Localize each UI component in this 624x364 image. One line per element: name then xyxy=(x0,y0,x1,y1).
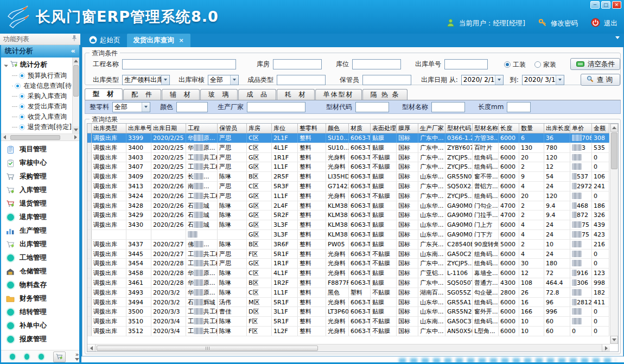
tree-item[interactable]: 退货查询[待定] xyxy=(4,122,72,132)
tab-list-dropdown-icon[interactable] xyxy=(615,39,620,49)
whole-part-select[interactable]: 全部 xyxy=(112,102,150,112)
tree-item[interactable]: 收货入库查询 xyxy=(4,112,72,122)
overflow-chevron[interactable]: » xyxy=(75,353,79,361)
date-from-select[interactable]: 2020/ 2/16 xyxy=(461,75,504,85)
table-row[interactable]: 调拨出库34002020/2/25华原...严思C区4L1F整料SU10...6… xyxy=(87,143,609,153)
column-header-数量[interactable]: 数量 xyxy=(519,124,544,133)
table-row[interactable]: 调拨出库35102020/3/4工共工程陈琳F区5R1F整料光身料6063-T5… xyxy=(87,317,609,327)
module-item-采购管理[interactable]: 采购管理 xyxy=(1,170,79,183)
table-row[interactable]: 调拨出库34932020/3/2华原...陈琳C区1L1F整料黑色塑料不贴膜国标… xyxy=(87,288,609,298)
column-header-材质[interactable]: 材质 xyxy=(349,124,371,133)
material-tab[interactable]: 单体型材 xyxy=(315,89,362,100)
material-tab[interactable]: 隔 热 条 xyxy=(362,89,408,100)
close-button[interactable]: ✕ xyxy=(612,1,621,9)
cart-module-button[interactable] xyxy=(53,352,66,362)
table-row[interactable]: 调拨出库34942020/3/2石辉城汤伟M区5R1F整料光身料6063-T5贴… xyxy=(87,298,609,308)
material-tab[interactable]: 辅 材 xyxy=(162,89,200,100)
table-row[interactable]: 调拨出库34542020/2/28工共工程严思G区1R1F整料光身料6063-T… xyxy=(87,259,609,269)
warehouse-input[interactable] xyxy=(273,59,322,69)
order-no-input[interactable] xyxy=(444,59,488,69)
material-tab[interactable]: 成 品 xyxy=(238,89,276,100)
table-row[interactable]: 调拨出库34032020/2/25工共工程严思G区1R1F整料光身料6063-T… xyxy=(87,153,609,163)
profile-name-input[interactable] xyxy=(431,102,465,112)
profile-code-input[interactable] xyxy=(355,102,389,112)
table-row[interactable]: 调拨出库34452020/2/27工共工程严思F区5R1F整料光身料6063-T… xyxy=(87,250,609,259)
location-input[interactable] xyxy=(352,59,401,69)
table-row[interactable]: 调拨出库34372020/2/27佛...陈琳B区3R6F整料PW056063-… xyxy=(87,240,609,250)
grid-vertical-scrollbar[interactable] xyxy=(610,124,618,344)
color-input[interactable] xyxy=(176,102,208,112)
module-item-财务管理[interactable]: 财务管理 xyxy=(1,292,79,305)
module-item-生产管理[interactable]: 生产管理 xyxy=(1,224,79,238)
module-item-入库管理[interactable]: 入库管理 xyxy=(1,183,79,197)
column-header-出库单号[interactable]: 出库单号 xyxy=(126,124,151,133)
sidebar-group-statistics[interactable]: 统计分析 « xyxy=(1,45,79,58)
table-row[interactable]: 调拨出库34302020/2/26石城陈琳G区3L3F整料KLM38176063… xyxy=(87,220,609,230)
module-item-出库管理[interactable]: 出库管理 xyxy=(1,238,79,251)
module-item-结转管理[interactable]: 结转管理 xyxy=(1,305,79,319)
table-row[interactable]: 调拨出库34132020/2/26南...严思C区5R3F整料G71422606… xyxy=(87,182,609,191)
tab-close-icon[interactable]: × xyxy=(179,37,184,44)
radio-industrial[interactable]: 工装 xyxy=(504,59,526,69)
column-header-生产厂家[interactable]: 生产厂家 xyxy=(418,124,445,133)
search-button[interactable]: 查 询 xyxy=(581,74,620,86)
tab-home[interactable]: 起始页 xyxy=(82,34,127,47)
table-row[interactable]: 调拨出库34582020/2/28华原...陈琳C区4L1F整料光身料6063-… xyxy=(87,269,609,278)
column-header-单价[interactable]: 单价 xyxy=(570,124,592,133)
tree-item[interactable]: 在途信息查询[待 xyxy=(4,81,72,91)
change-password-button[interactable]: 修改密码 xyxy=(551,19,578,28)
tree-root-statistics[interactable]: 统计分析 xyxy=(4,59,72,71)
module-item-物料盘存[interactable]: 物料盘存 xyxy=(1,278,79,292)
grid-horizontal-scrollbar[interactable] xyxy=(87,344,610,352)
column-header-出库类型[interactable]: 出库类型 xyxy=(92,124,126,133)
tab-shipment-outbound-query[interactable]: 发货出库查询 × xyxy=(127,34,190,47)
clear-conditions-button[interactable]: 清空条件 xyxy=(570,58,620,70)
minimize-button[interactable]: ─ xyxy=(590,1,600,9)
material-tab[interactable]: 耗 材 xyxy=(277,89,315,100)
column-header-库房[interactable]: 库房 xyxy=(247,124,272,133)
column-header-工程[interactable]: 工程 xyxy=(186,124,218,133)
column-header-长度[interactable]: 长度 xyxy=(499,124,519,133)
date-to-select[interactable]: 2020/ 3/16 xyxy=(522,75,564,85)
module-item-报废管理[interactable]: 报废管理 xyxy=(1,333,79,346)
module-dot-icon[interactable] xyxy=(39,354,44,360)
out-type-select[interactable]: 生产领料出库 xyxy=(122,75,170,85)
table-row[interactable]: 调拨出库34072020/2/25工共工程严思G区1L1F整料光身料6063-T… xyxy=(87,162,609,172)
maximize-button[interactable]: □ xyxy=(601,1,610,9)
tree-horizontal-scrollbar[interactable] xyxy=(1,134,79,141)
table-row[interactable]: 调拨出库34092020/2/25长...陈琳B区2R5F整料LI35HD606… xyxy=(87,172,609,182)
table-row[interactable]: 调拨出库34242020/2/26工共工程严思G区1L1F整料光身料6063-T… xyxy=(87,191,609,201)
audit-select[interactable]: 全部 xyxy=(208,75,239,85)
module-item-退库管理[interactable]: 退库管理 xyxy=(1,210,79,224)
tree-item[interactable]: 采购入库查询 xyxy=(4,91,72,101)
material-tab[interactable]: 配 件 xyxy=(123,89,161,100)
collapse-icon[interactable]: « xyxy=(71,45,75,58)
material-tab[interactable]: 型 材 xyxy=(85,88,123,100)
pin-icon[interactable] xyxy=(72,34,77,44)
module-dot-icon[interactable] xyxy=(10,354,15,360)
tree-item[interactable]: 预算执行查询 xyxy=(4,71,72,81)
length-input[interactable] xyxy=(507,102,531,112)
project-name-input[interactable] xyxy=(122,59,236,69)
table-row[interactable]: 调拨出库35122020/3/4工共工程陈琳F区1L2F整料光身料6063-T5… xyxy=(87,327,609,336)
table-row[interactable]: 调拨出库34282020/2/26石城陈琳G区2L4F整料KLM38176063… xyxy=(87,201,609,211)
tree-vertical-scrollbar[interactable] xyxy=(72,58,79,133)
module-item-工地管理[interactable]: 工地管理 xyxy=(1,251,79,265)
tree-item[interactable]: 发货出库查询 xyxy=(4,101,72,112)
column-header-膜厚[interactable]: 膜厚 xyxy=(397,124,418,133)
product-type-input[interactable] xyxy=(277,75,326,85)
table-row[interactable]: 调拨出库35002020/3/3工共工程曹佳D区3L1F整料LT3P606063… xyxy=(87,307,609,317)
module-item-项目管理[interactable]: 项目管理 xyxy=(1,143,79,156)
column-header-表面处理[interactable]: 表面处理 xyxy=(371,124,397,133)
keeper-input[interactable] xyxy=(362,75,411,85)
module-item-仓储管理[interactable]: 仓储管理 xyxy=(1,265,79,278)
module-item-审核中心[interactable]: 审核中心 xyxy=(1,156,79,170)
column-header-保管员[interactable]: 保管员 xyxy=(218,124,247,133)
column-header-颜色[interactable]: 颜色 xyxy=(326,124,349,133)
column-header-出库日期[interactable]: 出库日期 xyxy=(151,124,186,133)
module-dot-icon[interactable] xyxy=(24,354,30,360)
table-row[interactable]: G区3L3F整料KLM38176063-T5贴膜国标山东华...GA90M09.… xyxy=(87,230,609,240)
manufacturer-input[interactable] xyxy=(247,102,305,112)
column-header-型材代码[interactable]: 型材代码 xyxy=(445,124,473,133)
module-item-补单中心[interactable]: 补单中心 xyxy=(1,319,79,333)
